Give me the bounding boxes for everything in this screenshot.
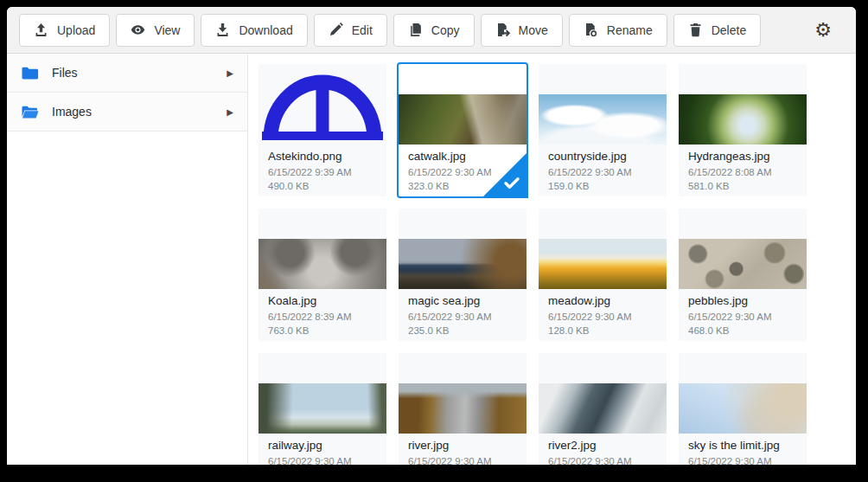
toolbar-button-delete[interactable]: Delete	[673, 14, 761, 47]
toolbar-button-rename[interactable]: Rename	[569, 14, 667, 47]
file-date: 6/15/2022 9:30 AM	[268, 454, 377, 465]
toolbar-button-label: Upload	[57, 23, 95, 37]
logo-arch-thumbnail	[258, 70, 386, 145]
file-size: 235.0 KB	[408, 324, 517, 337]
autumn-river-thumbnail	[399, 383, 527, 434]
toolbar-button-edit[interactable]: Edit	[314, 14, 387, 47]
toolbar-button-label: Move	[519, 23, 548, 37]
file-name: meadow.jpg	[548, 294, 657, 307]
toolbar-button-download[interactable]: Download	[201, 14, 307, 47]
file-date: 6/15/2022 9:30 AM	[548, 454, 657, 465]
file-size: 128.0 KB	[548, 324, 657, 337]
toolbar: Upload View Download Edit Copy Move Rena…	[7, 7, 856, 54]
file-grid: Astekindo.png 6/15/2022 9:39 AM 490.0 KB…	[248, 54, 856, 465]
hydrangea-thumbnail	[679, 94, 807, 145]
file-name: river2.jpg	[548, 439, 657, 452]
file-date: 6/15/2022 9:30 AM	[688, 454, 797, 465]
file-card[interactable]: magic sea.jpg 6/15/2022 9:30 AM 235.0 KB	[399, 209, 527, 341]
toolbar-button-label: View	[154, 23, 180, 37]
koala-thumbnail	[258, 239, 386, 289]
pencil-icon	[329, 22, 343, 37]
file-name: magic sea.jpg	[408, 294, 517, 307]
file-card[interactable]: Koala.jpg 6/15/2022 8:39 AM 763.0 KB	[258, 209, 386, 341]
file-size: 159.0 KB	[548, 179, 657, 193]
file-name: countryside.jpg	[548, 150, 657, 163]
sidebar-item-label: Files	[52, 66, 227, 80]
file-name: sky is the limit.jpg	[688, 439, 797, 452]
file-card[interactable]: meadow.jpg 6/15/2022 9:30 AM 128.0 KB	[539, 209, 667, 341]
toolbar-button-upload[interactable]: Upload	[19, 14, 110, 47]
forest-boardwalk-thumbnail	[399, 94, 527, 145]
golden-meadow-thumbnail	[539, 239, 667, 289]
file-name: pebbles.jpg	[688, 294, 797, 307]
file-size: 490.0 KB	[268, 179, 377, 193]
app-body: Files ▶ Images ▶ Astekindo.png 6/15/2022…	[7, 54, 856, 465]
toolbar-button-copy[interactable]: Copy	[393, 14, 475, 47]
folder-closed-icon	[21, 66, 39, 80]
file-date: 6/15/2022 8:39 AM	[268, 310, 377, 324]
expand-arrow-icon[interactable]: ▶	[227, 68, 233, 78]
upload-icon	[34, 22, 48, 37]
toolbar-button-move[interactable]: Move	[481, 14, 563, 47]
folder-tree-sidebar: Files ▶ Images ▶	[7, 54, 248, 465]
pebbles-thumbnail	[679, 239, 807, 289]
file-card[interactable]: catwalk.jpg 6/15/2022 9:30 AM 323.0 KB	[399, 64, 527, 196]
file-size: 763.0 KB	[268, 324, 377, 337]
copy-icon	[408, 22, 423, 37]
railway-trees-thumbnail	[258, 383, 386, 434]
sidebar-item-files[interactable]: Files ▶	[7, 54, 247, 93]
folder-open-icon	[21, 105, 39, 119]
file-date: 6/15/2022 9:30 AM	[548, 165, 657, 179]
eye-icon	[131, 22, 145, 37]
file-card[interactable]: river2.jpg 6/15/2022 9:30 AM 410.0 KB	[539, 353, 667, 465]
file-card[interactable]: Astekindo.png 6/15/2022 9:39 AM 490.0 KB	[258, 64, 386, 196]
file-name: Astekindo.png	[268, 150, 377, 163]
toolbar-button-view[interactable]: View	[116, 14, 195, 47]
file-name: Koala.jpg	[268, 294, 377, 307]
file-date: 6/15/2022 9:30 AM	[408, 454, 517, 465]
snowy-river-thumbnail	[539, 383, 667, 434]
toolbar-button-label: Copy	[431, 23, 460, 37]
expand-arrow-icon[interactable]: ▶	[227, 107, 233, 117]
toolbar-button-label: Delete	[712, 23, 746, 37]
file-name: river.jpg	[408, 439, 517, 452]
file-size: 581.0 KB	[688, 179, 797, 193]
file-size: 468.0 KB	[688, 324, 797, 337]
file-card[interactable]: countryside.jpg 6/15/2022 9:30 AM 159.0 …	[539, 64, 667, 196]
toolbar-button-label: Rename	[607, 23, 653, 37]
file-card[interactable]: Hydrangeas.jpg 6/15/2022 8:08 AM 581.0 K…	[679, 64, 807, 196]
file-date: 6/15/2022 8:08 AM	[688, 165, 797, 179]
toolbar-button-label: Edit	[352, 23, 373, 37]
move-icon	[495, 22, 510, 37]
file-card[interactable]: pebbles.jpg 6/15/2022 9:30 AM 468.0 KB	[679, 209, 807, 341]
file-manager-window: Upload View Download Edit Copy Move Rena…	[7, 7, 856, 465]
file-card[interactable]: sky is the limit.jpg 6/15/2022 9:30 AM 2…	[679, 353, 807, 465]
sidebar-item-label: Images	[52, 105, 227, 119]
file-name: Hydrangeas.jpg	[688, 150, 797, 163]
check-icon	[501, 172, 522, 193]
file-date: 6/15/2022 9:39 AM	[268, 165, 377, 179]
file-date: 6/15/2022 9:30 AM	[548, 310, 657, 324]
file-date: 6/15/2022 9:30 AM	[688, 310, 797, 324]
sidebar-item-images[interactable]: Images ▶	[7, 93, 247, 132]
rename-icon	[584, 22, 598, 37]
trash-icon	[688, 22, 703, 37]
file-card[interactable]: railway.jpg 6/15/2022 9:30 AM 213.0 KB	[258, 353, 386, 465]
gear-icon[interactable]: ⚙	[814, 21, 832, 40]
toolbar-button-label: Download	[239, 23, 292, 37]
file-date: 6/15/2022 9:30 AM	[408, 310, 517, 324]
file-name: railway.jpg	[268, 439, 377, 452]
file-card[interactable]: river.jpg 6/15/2022 9:30 AM 344.0 KB	[399, 353, 527, 465]
download-icon	[215, 22, 230, 37]
sea-shore-thumbnail	[399, 239, 527, 289]
blossom-sky-thumbnail	[679, 383, 807, 434]
cloudy-sky-thumbnail	[539, 94, 667, 145]
